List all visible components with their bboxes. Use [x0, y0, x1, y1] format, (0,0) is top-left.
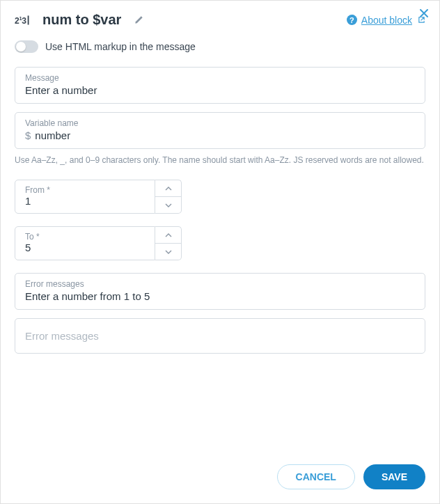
to-step-up[interactable] [155, 226, 182, 243]
to-field-wrap: To * 5 [15, 226, 182, 260]
message-field[interactable]: Message Enter a number [15, 67, 425, 104]
header-left: 2 1 3 num to $var [15, 12, 144, 28]
from-stepper [155, 180, 182, 214]
to-input[interactable]: 5 [25, 242, 145, 253]
variable-name-input[interactable]: number [35, 129, 415, 141]
panel-title: num to $var [42, 12, 121, 28]
error-messages-placeholder-2: Error messages [25, 330, 99, 342]
from-step-up[interactable] [155, 180, 182, 196]
error-messages-input-1[interactable]: Enter a number from 1 to 5 [25, 290, 415, 302]
header: 2 1 3 num to $var ? About block [15, 12, 425, 28]
html-markup-toggle-label: Use HTML markup in the message [45, 41, 196, 52]
close-button[interactable] [418, 8, 430, 19]
html-markup-toggle-row: Use HTML markup in the message [15, 40, 425, 53]
dollar-icon: $ [25, 129, 31, 141]
variable-name-hint: Use Aa–Zz, _, and 0–9 characters only. T… [15, 155, 425, 166]
to-label: To * [25, 232, 145, 242]
svg-text:3: 3 [22, 15, 26, 25]
error-messages-field-1[interactable]: Error messages Enter a number from 1 to … [15, 273, 425, 310]
to-field[interactable]: To * 5 [15, 226, 155, 260]
html-markup-toggle[interactable] [15, 40, 38, 53]
message-label: Message [25, 73, 415, 83]
footer: CANCEL SAVE [15, 450, 425, 489]
about-block-link[interactable]: About block [361, 15, 412, 26]
from-field-wrap: From * 1 [15, 180, 182, 214]
block-config-panel: 2 1 3 num to $var ? About block Use HTML… [1, 1, 439, 503]
from-field[interactable]: From * 1 [15, 180, 155, 214]
error-messages-label-1: Error messages [25, 279, 415, 289]
from-input[interactable]: 1 [25, 195, 145, 207]
num-block-icon: 2 1 3 [15, 13, 34, 28]
to-step-down[interactable] [155, 243, 182, 260]
from-label: From * [25, 185, 145, 195]
variable-name-label: Variable name [25, 118, 415, 128]
from-step-down[interactable] [155, 196, 182, 214]
edit-title-icon[interactable] [134, 15, 144, 25]
cancel-button[interactable]: CANCEL [277, 464, 355, 489]
error-messages-field-2[interactable]: Error messages [15, 318, 425, 354]
to-stepper [155, 226, 182, 260]
message-input[interactable]: Enter a number [25, 84, 415, 96]
variable-name-field[interactable]: Variable name $ number [15, 112, 425, 149]
header-right: ? About block [347, 15, 425, 26]
save-button[interactable]: SAVE [363, 464, 425, 489]
help-icon: ? [347, 15, 357, 25]
